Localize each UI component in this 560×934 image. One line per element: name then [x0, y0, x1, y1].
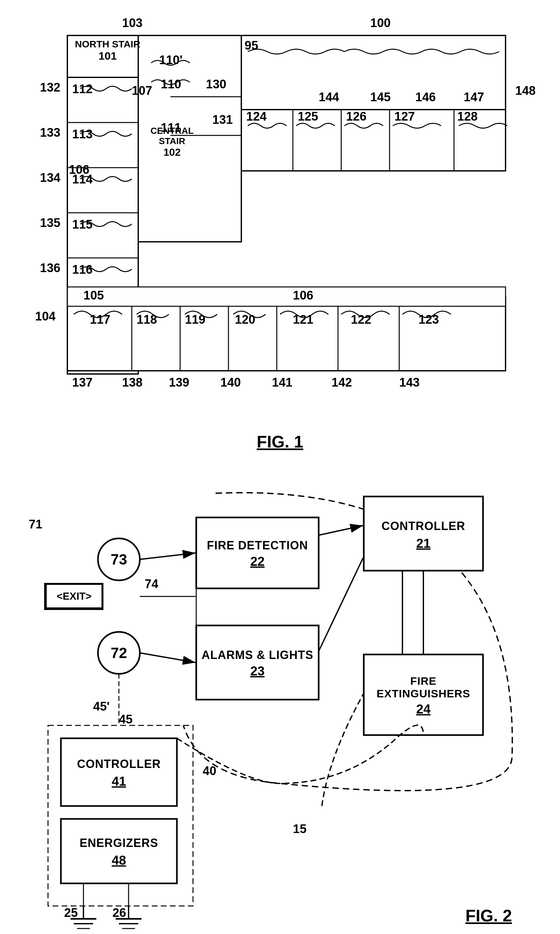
ref-103: 103	[122, 16, 142, 30]
fire-extinguishers-num: 24	[416, 702, 431, 717]
ref-128: 128	[457, 109, 477, 123]
svg-rect-20	[67, 287, 506, 306]
svg-line-44	[140, 553, 195, 559]
exit-sign: <EXIT>	[45, 584, 103, 609]
alarms-lights-box: ALARMS & LIGHTS 23	[197, 626, 318, 700]
north-stair-label: NORTH STAIR 101	[72, 39, 143, 62]
ref2-45prime: 45'	[93, 700, 109, 714]
circle-72: 72	[100, 641, 138, 664]
ref-141: 141	[272, 376, 292, 390]
controller-41-box: CONTROLLER 41	[62, 739, 176, 806]
page: 103 100 95 110' 110 130 131 107 111 NORT…	[0, 0, 560, 934]
ref-140: 140	[220, 376, 241, 390]
alarms-lights-label: ALARMS & LIGHTS	[202, 648, 314, 662]
energizers-label: ENERGIZERS	[80, 836, 158, 850]
controller-41-num: 41	[112, 774, 126, 789]
ref-142: 142	[332, 376, 352, 390]
ref-117: 117	[90, 313, 110, 327]
ref-148: 148	[515, 84, 535, 98]
ref-122: 122	[351, 313, 371, 327]
fire-detection-num: 22	[250, 554, 265, 569]
ref2-15: 15	[293, 822, 306, 836]
ref-136: 136	[40, 261, 60, 275]
ref-135: 135	[40, 216, 60, 230]
circle-73: 73	[100, 548, 138, 571]
ref-131: 131	[212, 113, 232, 127]
ref-121: 121	[293, 313, 313, 327]
ref-147: 147	[464, 90, 484, 104]
fire-detection-box: FIRE DETECTION 22	[197, 518, 318, 589]
ref-106b: 106	[293, 288, 313, 302]
ref-139: 139	[169, 376, 189, 390]
fig2-label: FIG. 2	[466, 906, 512, 925]
ref-146: 146	[415, 90, 435, 104]
ref-107: 107	[132, 84, 152, 98]
controller-21-box: CONTROLLER 21	[365, 498, 482, 572]
fig1-label: FIG. 1	[22, 432, 538, 452]
ref-116: 116	[72, 263, 92, 277]
ref-127: 127	[394, 109, 415, 123]
ref-115: 115	[72, 217, 92, 231]
ref-95: 95	[245, 39, 258, 52]
ref-132: 132	[40, 80, 60, 94]
ref-145: 145	[370, 90, 391, 104]
ref-105: 105	[83, 288, 104, 302]
ref-104: 104	[35, 310, 55, 324]
svg-line-45	[140, 653, 195, 663]
controller-21-num: 21	[416, 536, 431, 551]
ref-125: 125	[298, 109, 318, 123]
ref2-71: 71	[29, 518, 42, 531]
controller-21-label: CONTROLLER	[382, 519, 465, 533]
ref-138: 138	[122, 376, 142, 390]
ref-100: 100	[370, 16, 391, 30]
ref2-26: 26	[112, 906, 126, 920]
ref-144: 144	[318, 90, 339, 104]
ref-113: 113	[72, 127, 92, 141]
ref2-40: 40	[203, 764, 216, 778]
svg-line-46	[318, 526, 363, 535]
ref-119: 119	[185, 313, 205, 327]
fig2-diagram: CONTROLLER 21 FIRE DETECTION 22 ALARMS &…	[22, 467, 538, 932]
fire-detection-label: FIRE DETECTION	[207, 539, 308, 552]
alarms-lights-num: 23	[250, 664, 265, 678]
ref2-25: 25	[64, 906, 78, 920]
ref2-74: 74	[145, 577, 158, 591]
ref2-45: 45	[119, 712, 132, 726]
energizers-box: ENERGIZERS 48	[62, 820, 176, 884]
ref-143: 143	[399, 376, 420, 390]
central-stair-label: CENTRAL STAIR 102	[140, 126, 204, 158]
ref-126: 126	[346, 109, 366, 123]
ref-123: 123	[418, 313, 439, 327]
svg-rect-8	[67, 297, 506, 371]
ref-137: 137	[72, 376, 92, 390]
ref-110: 110	[161, 77, 181, 91]
ref-124: 124	[246, 109, 266, 123]
ref-134: 134	[40, 171, 60, 185]
ref-133: 133	[40, 126, 60, 140]
fire-extinguishers-label: FIRE EXTINGUISHERS	[365, 675, 482, 700]
ref-118: 118	[137, 313, 157, 327]
ref-112: 112	[72, 82, 92, 96]
energizers-num: 48	[112, 853, 126, 868]
fig1-diagram: 103 100 95 110' 110 130 131 107 111 NORT…	[22, 13, 538, 458]
ref-110prime: 110'	[159, 53, 182, 67]
controller-41-label: CONTROLLER	[77, 757, 161, 771]
svg-line-47	[318, 558, 363, 651]
ref-130: 130	[206, 77, 226, 91]
ref-120: 120	[235, 313, 255, 327]
fire-extinguishers-box: FIRE EXTINGUISHERS 24	[365, 655, 482, 735]
ref-106a: 106	[69, 163, 89, 177]
